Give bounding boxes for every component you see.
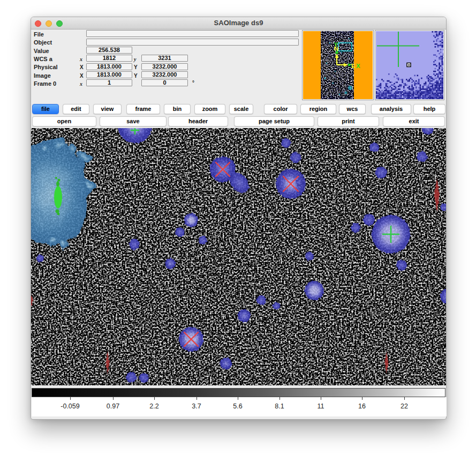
svg-text:E: E xyxy=(351,63,356,69)
svg-text:Y: Y xyxy=(334,41,338,48)
svg-text:X: X xyxy=(356,63,360,69)
